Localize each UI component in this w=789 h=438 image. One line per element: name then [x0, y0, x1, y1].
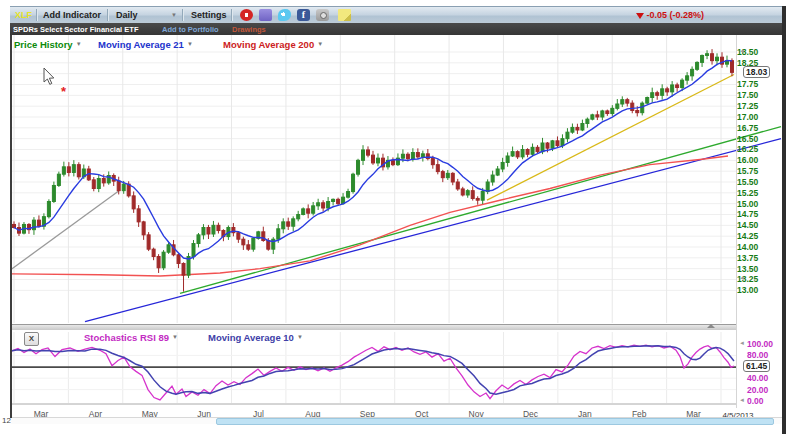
price-tick-label: 13.00 — [737, 285, 758, 295]
collapse-handle-icon[interactable] — [707, 324, 715, 328]
chevron-down-icon[interactable]: ▼ — [317, 41, 323, 47]
camera-icon[interactable] — [316, 9, 329, 21]
stoch-tick-label: 80.00 — [747, 350, 768, 360]
legend-moving-average-10[interactable]: Moving Average 10▼ — [208, 332, 303, 343]
stoch-low-marker-icon: ◄ — [739, 397, 745, 403]
price-tick-label: 17.75 — [737, 79, 758, 89]
price-tick-label: 16.75 — [737, 123, 758, 133]
price-tick-label: 14.75 — [737, 209, 758, 219]
toolbar-separator — [107, 9, 109, 21]
settings-button[interactable]: Settings — [191, 10, 227, 20]
price-tick-label: 16.50 — [737, 134, 758, 144]
add-to-portfolio-link[interactable]: Add to Portfolio — [162, 25, 219, 34]
note-icon[interactable] — [338, 9, 351, 21]
plot-right-border — [736, 35, 737, 408]
symbol-name: SPDRs Select Sector Financial ETF — [13, 25, 138, 34]
price-tick-label: 15.00 — [737, 199, 758, 209]
cube-icon[interactable] — [259, 9, 272, 21]
chart-application-window: XLF Add Indicator Daily ▼ Settings f -0.… — [10, 6, 786, 434]
price-tick-label: 16.00 — [737, 155, 758, 165]
price-chart-panel[interactable]: Price History▼ Moving Average 21▼ Moving… — [10, 35, 786, 324]
close-panel-button[interactable]: X — [24, 332, 39, 346]
toolbar-separator — [36, 9, 38, 21]
down-arrow-icon — [636, 13, 644, 19]
price-tick-label: 15.75 — [737, 166, 758, 176]
drawing-marker-asterisk: * — [61, 84, 66, 99]
yellow-trendline — [487, 75, 734, 201]
toolbar-separator — [182, 9, 184, 21]
price-tick-label: 15.25 — [737, 188, 758, 198]
chevron-down-icon[interactable]: ▼ — [172, 334, 178, 340]
legend-stochastics-rsi[interactable]: Stochastics RSI 89▼ — [84, 332, 178, 343]
window-right-border — [782, 6, 786, 434]
symbol-bar: SPDRs Select Sector Financial ETF Add to… — [10, 23, 782, 35]
gray-trendline — [11, 191, 119, 272]
price-tick-label: 13.50 — [737, 264, 758, 274]
candlestick-chart-canvas[interactable] — [11, 35, 786, 324]
price-tick-label: 17.25 — [737, 101, 758, 111]
scrollbar-thumb[interactable] — [216, 418, 774, 425]
stoch-tick-label: 20.00 — [747, 385, 768, 395]
current-stoch-box: 61.45 — [743, 360, 770, 372]
toolbar-separator — [231, 9, 233, 21]
price-tick-label: 15.50 — [737, 177, 758, 187]
symbol-ticker[interactable]: XLF — [15, 10, 32, 20]
chevron-down-icon[interactable]: ▼ — [76, 41, 82, 47]
range-low-marker-icon: ◄ — [739, 275, 745, 281]
chevron-down-icon[interactable]: ▼ — [187, 41, 193, 47]
chevron-down-icon[interactable]: ▼ — [297, 334, 303, 340]
stoch-tick-label: 40.00 — [747, 373, 768, 383]
twitter-icon[interactable] — [278, 9, 291, 21]
chevron-down-icon[interactable]: ▼ — [171, 12, 177, 18]
alarm-icon[interactable] — [240, 9, 253, 21]
timeframe-dropdown[interactable]: Daily — [116, 10, 138, 20]
stochastics-axis[interactable]: 100.0080.0040.0020.000.00◄◄61.45 — [737, 330, 786, 408]
drawings-link[interactable]: Drawings — [232, 25, 266, 34]
mouse-cursor — [44, 68, 54, 84]
price-tick-label: 13.75 — [737, 253, 758, 263]
legend-moving-average-200[interactable]: Moving Average 200▼ — [223, 39, 323, 50]
price-tick-label: 14.00 — [737, 242, 758, 252]
stoch-tick-label: 0.00 — [747, 396, 764, 406]
price-tick-label: 14.25 — [737, 231, 758, 241]
price-axis[interactable]: 18.5018.2517.7517.5017.2517.0016.7516.50… — [737, 35, 786, 324]
legend-moving-average-21[interactable]: Moving Average 21▼ — [98, 39, 193, 50]
stochastics-panel[interactable]: X Stochastics RSI 89▼ Moving Average 10▼ — [10, 330, 786, 408]
stoch-ma10-line — [12, 346, 734, 394]
price-tick-label: 17.00 — [737, 112, 758, 122]
range-high-marker-icon: ◄ — [739, 48, 745, 54]
legend-price-history[interactable]: Price History▼ — [14, 39, 82, 50]
price-tick-label: 16.25 — [737, 144, 758, 154]
stoch-tick-label: 100.00 — [747, 339, 773, 349]
current-price-box: 18.03 — [743, 66, 770, 78]
add-indicator-button[interactable]: Add Indicator — [43, 10, 101, 20]
timeframe-value: Daily — [116, 10, 138, 20]
stoch-high-marker-icon: ◄ — [739, 340, 745, 346]
price-tick-label: 17.50 — [737, 90, 758, 100]
horizontal-scrollbar[interactable] — [11, 417, 782, 424]
facebook-icon[interactable]: f — [297, 9, 310, 21]
price-change: -0.05 (-0.28%) — [636, 10, 704, 20]
chart-left-border — [10, 35, 12, 418]
price-tick-label: 14.50 — [737, 220, 758, 230]
